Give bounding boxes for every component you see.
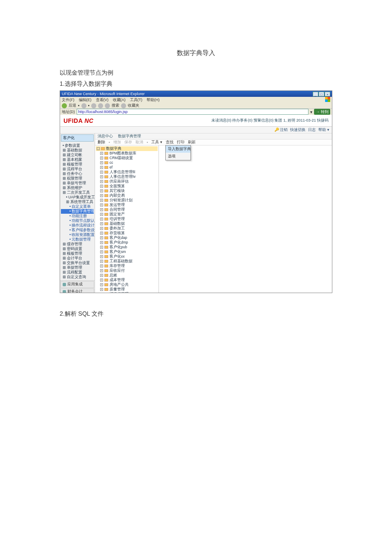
link-logout[interactable]: 🔑 注销 [274, 127, 288, 133]
favorites-label[interactable]: 收藏夹 [128, 103, 139, 108]
dict-tree-node[interactable]: + CRM基础设置 [96, 156, 158, 160]
sidebar-node[interactable]: ⊞ 基础数据 [61, 148, 94, 153]
sidebar-node[interactable]: • 元数据管理 [61, 237, 94, 242]
dict-tree-node[interactable]: + 客户化dap [96, 235, 158, 240]
dict-tree-node[interactable]: + 固定资产 [96, 212, 158, 217]
sidebar-node[interactable]: ⊞ 系统维护 [61, 186, 94, 190]
sidebar-node[interactable]: • 数据字典管理 [61, 209, 94, 214]
back-icon[interactable] [62, 103, 67, 108]
forward-icon[interactable] [81, 103, 86, 108]
sidebar-nav-button[interactable]: 应用集成 [61, 281, 94, 288]
menu-help[interactable]: 帮助(H) [147, 97, 160, 103]
sidebar-node[interactable]: ⊞ 基本档案 [61, 157, 94, 162]
menu-import-dict[interactable]: 导入数据字典 [166, 145, 190, 153]
sidebar-node[interactable]: ⊞ 交换平台设置 [61, 261, 94, 265]
sidebar-nav-button[interactable]: 财务会计 [61, 288, 94, 293]
dict-tree-node[interactable]: + 内部交易 [96, 193, 158, 198]
dict-tree-node[interactable]: + 全面预算 [96, 184, 158, 189]
link-help[interactable]: 帮助 ▾ [318, 127, 329, 133]
dict-tree-node[interactable]: + 客户化dmp [96, 240, 158, 245]
favorites-icon[interactable] [121, 103, 126, 108]
dict-tree-node[interactable]: + 发运管理 [96, 203, 158, 207]
toolbar-item[interactable]: 删除 [98, 139, 105, 145]
dict-tree-node[interactable]: + 总账 [96, 273, 158, 278]
sidebar-tab[interactable]: 客户化 [61, 134, 94, 142]
address-dropdown-icon[interactable]: ▾ [310, 110, 312, 114]
sidebar-node[interactable]: • 功能注册 [61, 214, 94, 218]
sidebar-node[interactable]: ⊞ 密码设置 [61, 247, 94, 251]
back-label[interactable]: 后退 [69, 103, 76, 108]
address-input[interactable]: http://localhost:8085/login.jsp [77, 109, 309, 115]
dict-tree-node[interactable]: + 存货核算 [96, 231, 158, 235]
sidebar-node[interactable]: ⊞ 单据号管理 [61, 181, 94, 186]
dict-tree-node[interactable]: + BPM图表数据库 [96, 151, 158, 156]
sidebar-node[interactable]: ⊞ 单据管理 [61, 265, 94, 270]
close-button[interactable]: × [325, 92, 330, 96]
refresh-ie-icon[interactable] [98, 103, 103, 108]
sidebar-node[interactable]: • 客户端参数设置 [61, 228, 94, 232]
search-label[interactable]: 搜索 [112, 103, 119, 108]
sidebar-node[interactable]: ⊞ 二次开发工具 [61, 190, 94, 195]
link-log[interactable]: 日志 [308, 127, 316, 133]
sidebar-node[interactable]: • 参数设置 [61, 143, 94, 148]
sidebar-node[interactable]: ⊞ 任务中心 [61, 171, 94, 176]
sidebar-node[interactable]: • 自定义菜单 [61, 204, 94, 209]
crumb-messages[interactable]: 消息中心 [98, 134, 113, 139]
stop-icon[interactable] [91, 103, 96, 108]
toolbar-item[interactable]: 工具 ▾ [151, 139, 162, 145]
sidebar-node[interactable]: ⊞ 缓存管理 [61, 242, 94, 247]
menu-fav[interactable]: 收藏(A) [113, 97, 126, 103]
dict-tree-node[interactable]: + 房地产公共 [96, 282, 158, 287]
dict-tree-node[interactable]: + 客户化xx [96, 254, 158, 259]
sidebar-node[interactable]: • 收段资源配置 [61, 232, 94, 237]
ie-window-title: UFIDA New Century - Microsoft Internet E… [62, 91, 145, 97]
dict-tree-node[interactable]: + 工程基础数据 [96, 259, 158, 264]
folder-icon [104, 264, 108, 267]
sidebar-node[interactable]: • UAP集成开发工具 [61, 195, 94, 200]
toolbar-item[interactable]: 查找 [166, 139, 173, 145]
dict-tree-node[interactable]: + 客户化pub [96, 245, 158, 250]
menu-options[interactable]: 选项 [166, 153, 190, 160]
maximize-button[interactable]: □ [319, 92, 324, 96]
sidebar-node[interactable]: ⊞ 建立司帐 [61, 153, 94, 157]
dict-tree-node[interactable]: + 招投标管理 [96, 292, 158, 293]
toolbar-item[interactable]: 刷新 [188, 139, 196, 145]
dict-tree-node[interactable]: + ef [96, 165, 158, 170]
sidebar-node[interactable]: ⊞ 流程平台 [61, 167, 94, 171]
dict-tree-root[interactable]: - 数据字典 [96, 146, 158, 151]
menu-file[interactable]: 文件(F) [62, 97, 75, 103]
dict-tree-node[interactable]: + 人事信息管理fil [96, 170, 158, 174]
home-icon[interactable] [105, 103, 110, 108]
sidebar-node[interactable]: ⊞ 模板管理 [61, 251, 94, 256]
sidebar-node[interactable]: ⊞ 模板管理 [61, 162, 94, 167]
minimize-button[interactable]: _ [313, 92, 318, 96]
sidebar-node[interactable]: ⊞ 会计平台 [61, 256, 94, 261]
dict-tree-node[interactable]: + 基础数据 [96, 221, 158, 226]
menu-view[interactable]: 查看(V) [96, 97, 109, 103]
menu-edit[interactable]: 编辑(E) [79, 97, 92, 103]
dict-tree-node[interactable]: + 人事信息管理hr [96, 174, 158, 179]
dict-tree-node[interactable]: + 分销资源计划 [96, 198, 158, 203]
toolbar-item[interactable]: 打印 [177, 139, 184, 145]
sidebar-node[interactable]: • 功能节点默认模 [61, 218, 94, 223]
dict-tree-node[interactable]: + 应收应付 [96, 268, 158, 273]
dict-tree-node[interactable]: + 合同管理 [96, 207, 158, 212]
sidebar-node[interactable]: ⊞ 系统管理工具 [61, 200, 94, 204]
link-switch[interactable]: 快速切换 [290, 127, 306, 133]
menu-tools[interactable]: 工具(T) [130, 97, 143, 103]
dict-tree-node[interactable]: + 供应商评估 [96, 179, 158, 184]
dict-tree-node[interactable]: + 质量管理 [96, 287, 158, 292]
dict-tree-node[interactable]: + 成本管理 [96, 278, 158, 282]
dict-tree-node[interactable]: + 其它模块 [96, 189, 158, 193]
sidebar-node[interactable]: ⊞ 自定义查询 [61, 275, 94, 279]
dict-tree-node[interactable]: + 库存管理 [96, 264, 158, 268]
sidebar-node[interactable]: ⊞ 流程配置 [61, 270, 94, 275]
dict-tree-node[interactable]: + cc [96, 160, 158, 165]
sidebar-node[interactable]: • 操作流程设计 [61, 223, 94, 228]
dict-tree-node[interactable]: + 培训管理 [96, 217, 158, 221]
go-button[interactable]: → 转到 [314, 109, 330, 115]
dict-tree-node[interactable]: + 客户化sm [96, 250, 158, 254]
sidebar-node[interactable]: ⊞ 权限管理 [61, 176, 94, 181]
folder-icon [104, 241, 108, 244]
dict-tree-node[interactable]: + 委外加工 [96, 226, 158, 231]
